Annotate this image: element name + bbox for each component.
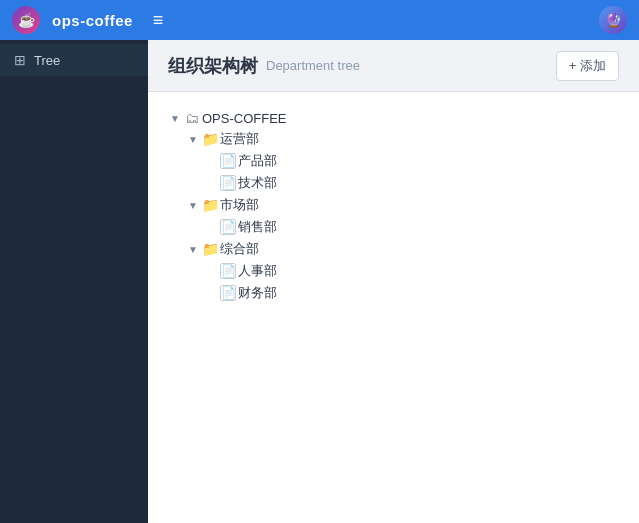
node-label-ops: 运营部 [220, 130, 259, 148]
add-button[interactable]: + 添加 [556, 51, 619, 81]
tree-node-ops[interactable]: ▼ 📁 运营部 [168, 128, 619, 150]
tree-node-finance[interactable]: ▶ 📄 财务部 [168, 282, 619, 304]
folder-icon-market: 📁 [202, 197, 218, 213]
expand-icon-root: ▼ [168, 111, 182, 125]
file-icon-product: 📄 [220, 153, 236, 169]
node-label-finance: 财务部 [238, 284, 277, 302]
file-icon-finance: 📄 [220, 285, 236, 301]
node-label-tech: 技术部 [238, 174, 277, 192]
app-logo: ☕ [12, 6, 40, 34]
tree-node-general[interactable]: ▼ 📁 综合部 [168, 238, 619, 260]
node-label-market: 市场部 [220, 196, 259, 214]
folder-icon-ops: 📁 [202, 131, 218, 147]
header-right: 🔮 [599, 6, 627, 34]
tree-node-root[interactable]: ▼ 🗂 OPS-COFFEE [168, 108, 619, 128]
tree-node-hr[interactable]: ▶ 📄 人事部 [168, 260, 619, 282]
folder-icon-root: 🗂 [184, 110, 200, 126]
sidebar-item-label: Tree [34, 53, 60, 68]
expand-icon-general: ▼ [186, 242, 200, 256]
sidebar-item-tree[interactable]: ⊞ Tree [0, 44, 148, 76]
app-name: ops-coffee [52, 12, 133, 29]
node-label-hr: 人事部 [238, 262, 277, 280]
top-header: ☕ ops-coffee ≡ 🔮 [0, 0, 639, 40]
tree-node-market[interactable]: ▼ 📁 市场部 [168, 194, 619, 216]
grid-icon: ⊞ [14, 52, 26, 68]
folder-icon-general: 📁 [202, 241, 218, 257]
file-icon-sales: 📄 [220, 219, 236, 235]
expand-icon-market: ▼ [186, 198, 200, 212]
page-title-zh: 组织架构树 [168, 54, 258, 78]
tree-node-sales[interactable]: ▶ 📄 销售部 [168, 216, 619, 238]
tree-content: ▼ 🗂 OPS-COFFEE ▼ 📁 运营部 ▶ 📄 产品部 ▶ 📄 技术部 [148, 92, 639, 523]
page-title-en: Department tree [266, 58, 360, 73]
node-label-general: 综合部 [220, 240, 259, 258]
page-header: 组织架构树 Department tree + 添加 [148, 40, 639, 92]
hamburger-icon[interactable]: ≡ [153, 10, 164, 31]
sidebar: ⊞ Tree [0, 40, 148, 523]
main-layout: ⊞ Tree 组织架构树 Department tree + 添加 ▼ 🗂 OP… [0, 40, 639, 523]
node-label-sales: 销售部 [238, 218, 277, 236]
tree-node-product[interactable]: ▶ 📄 产品部 [168, 150, 619, 172]
user-avatar[interactable]: 🔮 [599, 6, 627, 34]
tree-node-tech[interactable]: ▶ 📄 技术部 [168, 172, 619, 194]
file-icon-tech: 📄 [220, 175, 236, 191]
node-label-root: OPS-COFFEE [202, 111, 287, 126]
expand-icon-ops: ▼ [186, 132, 200, 146]
file-icon-hr: 📄 [220, 263, 236, 279]
content-area: 组织架构树 Department tree + 添加 ▼ 🗂 OPS-COFFE… [148, 40, 639, 523]
node-label-product: 产品部 [238, 152, 277, 170]
